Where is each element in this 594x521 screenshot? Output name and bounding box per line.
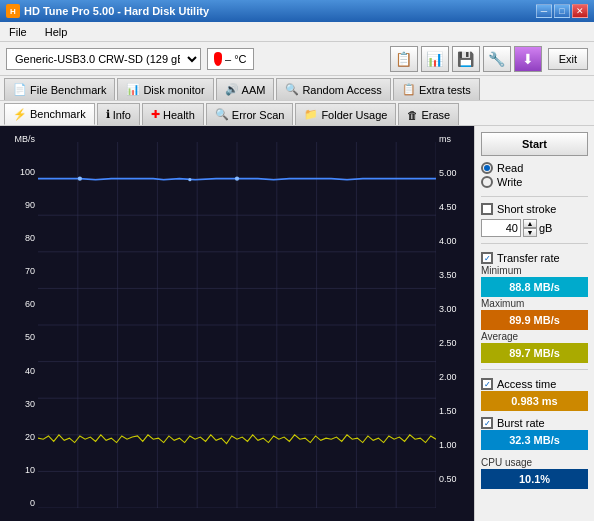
toolbar-icon-4[interactable]: 🔧 [483,46,511,72]
divider-2 [481,243,588,244]
cpu-usage-section: CPU usage 10.1% [481,456,588,489]
menu-file[interactable]: File [6,25,30,39]
cpu-usage-label: CPU usage [481,457,588,468]
write-option[interactable]: Write [481,176,588,188]
toolbar-icon-1[interactable]: 📋 [390,46,418,72]
window-controls: ─ □ ✕ [536,4,588,18]
burst-rate-section: ✓ Burst rate 32.3 MB/s [481,417,588,450]
tab-row-1: 📄 File Benchmark 📊 Disk monitor 🔊 AAM 🔍 … [0,76,594,101]
spinner-buttons: ▲ ▼ [523,219,537,237]
right-panel: Start Read Write Short stroke 40 ▲ ▼ gB [474,126,594,521]
file-benchmark-icon: 📄 [13,83,27,96]
spin-up-button[interactable]: ▲ [523,219,537,228]
temp-value: – °C [225,53,247,65]
menu-help[interactable]: Help [42,25,71,39]
average-bar: 89.7 MB/s [481,343,588,363]
access-time-section: ✓ Access time 0.983 ms [481,378,588,411]
minimum-label: Minimum [481,265,588,276]
main-content: MB/s 100 90 80 70 60 50 40 30 20 10 0 ms… [0,126,594,521]
benchmark-icon: ⚡ [13,108,27,121]
svg-point-22 [235,176,239,180]
disk-monitor-icon: 📊 [126,83,140,96]
transfer-rate-section: ✓ Transfer rate Minimum 88.8 MB/s Maximu… [481,252,588,363]
title-text: HD Tune Pro 5.00 - Hard Disk Utility [24,5,209,17]
tab-file-benchmark[interactable]: 📄 File Benchmark [4,78,115,100]
menu-bar: File Help [0,22,594,42]
maximum-bar: 89.9 MB/s [481,310,588,330]
toolbar-icons: 📋 📊 💾 🔧 ⬇ [390,46,542,72]
burst-rate-checkbox[interactable]: ✓ [481,417,493,429]
tab-error-scan[interactable]: 🔍 Error Scan [206,103,294,125]
aam-icon: 🔊 [225,83,239,96]
toolbar-icon-5[interactable]: ⬇ [514,46,542,72]
erase-icon: 🗑 [407,109,418,121]
error-scan-icon: 🔍 [215,108,229,121]
chart-unit-mbs: MB/s [0,134,38,144]
read-write-options: Read Write [481,160,588,190]
y-axis-right: ms 5.00 4.50 4.00 3.50 3.00 2.50 2.00 1.… [436,134,474,508]
read-radio[interactable] [481,162,493,174]
spinner-unit: gB [539,222,552,234]
chart-area: MB/s 100 90 80 70 60 50 40 30 20 10 0 ms… [0,126,474,521]
burst-rate-bar: 32.3 MB/s [481,430,588,450]
maximize-button[interactable]: □ [554,4,570,18]
svg-point-23 [188,178,191,181]
toolbar: Generic-USB3.0 CRW-SD (129 gB) – °C 📋 📊 … [0,42,594,76]
temp-display: – °C [207,48,254,70]
drive-select[interactable]: Generic-USB3.0 CRW-SD (129 gB) [6,48,201,70]
tab-disk-monitor[interactable]: 📊 Disk monitor [117,78,213,100]
average-label: Average [481,331,588,342]
title-bar: H HD Tune Pro 5.00 - Hard Disk Utility ─… [0,0,594,22]
burst-rate-option[interactable]: ✓ Burst rate [481,417,588,429]
folder-usage-icon: 📁 [304,108,318,121]
close-button[interactable]: ✕ [572,4,588,18]
transfer-rate-checkbox[interactable]: ✓ [481,252,493,264]
tab-health[interactable]: ✚ Health [142,103,204,125]
start-button[interactable]: Start [481,132,588,156]
exit-button[interactable]: Exit [548,48,588,70]
spinner-row: 40 ▲ ▼ gB [481,219,588,237]
transfer-rate-option[interactable]: ✓ Transfer rate [481,252,588,264]
chart-unit-ms: ms [436,134,474,144]
extra-tests-icon: 📋 [402,83,416,96]
access-time-option[interactable]: ✓ Access time [481,378,588,390]
maximum-label: Maximum [481,298,588,309]
write-radio[interactable] [481,176,493,188]
access-time-bar: 0.983 ms [481,391,588,411]
tab-info[interactable]: ℹ Info [97,103,140,125]
svg-point-21 [78,176,82,180]
tab-folder-usage[interactable]: 📁 Folder Usage [295,103,396,125]
tab-extra-tests[interactable]: 📋 Extra tests [393,78,480,100]
divider-1 [481,196,588,197]
app-icon: H [6,4,20,18]
thermometer-icon [214,52,222,66]
read-option[interactable]: Read [481,162,588,174]
tab-row-2: ⚡ Benchmark ℹ Info ✚ Health 🔍 Error Scan… [0,101,594,126]
short-stroke-checkbox[interactable] [481,203,493,215]
health-icon: ✚ [151,108,160,121]
cpu-usage-bar: 10.1% [481,469,588,489]
short-stroke-option[interactable]: Short stroke [481,203,588,215]
spinner-input[interactable]: 40 [481,219,521,237]
tab-aam[interactable]: 🔊 AAM [216,78,275,100]
random-access-icon: 🔍 [285,83,299,96]
minimum-bar: 88.8 MB/s [481,277,588,297]
toolbar-icon-3[interactable]: 💾 [452,46,480,72]
chart-svg [38,142,436,508]
tab-random-access[interactable]: 🔍 Random Access [276,78,390,100]
tab-erase[interactable]: 🗑 Erase [398,103,459,125]
access-time-checkbox[interactable]: ✓ [481,378,493,390]
chart-canvas [38,142,436,508]
info-icon: ℹ [106,108,110,121]
y-axis-left: MB/s 100 90 80 70 60 50 40 30 20 10 0 [0,134,38,508]
tab-benchmark[interactable]: ⚡ Benchmark [4,103,95,125]
divider-3 [481,369,588,370]
toolbar-icon-2[interactable]: 📊 [421,46,449,72]
spin-down-button[interactable]: ▼ [523,228,537,237]
minimize-button[interactable]: ─ [536,4,552,18]
